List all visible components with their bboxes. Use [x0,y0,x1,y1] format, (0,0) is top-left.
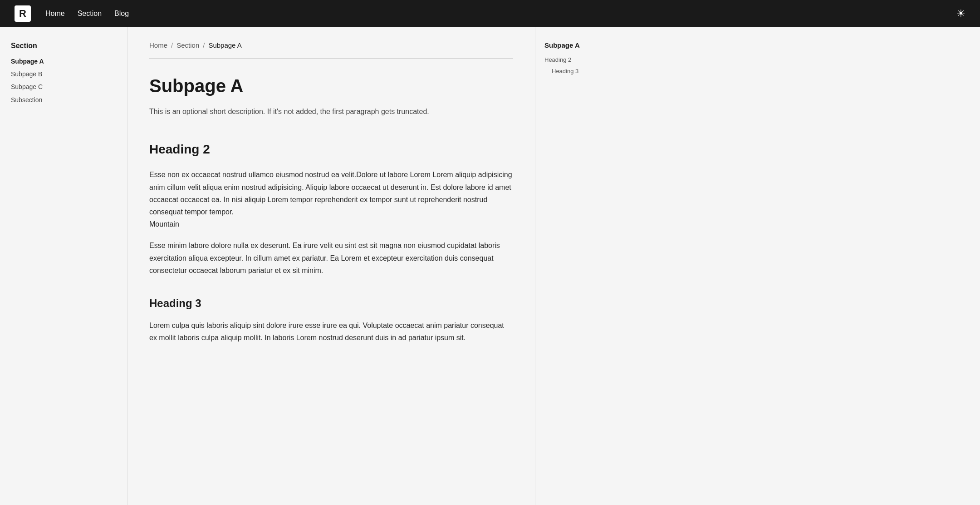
nav-links: Home Section Blog [45,8,956,20]
sidebar-link-subsection[interactable]: Subsection [11,94,116,106]
layout: Section Subpage A Subpage B Subpage C Su… [0,27,980,505]
para-3: Lorem culpa quis laboris aliquip sint do… [149,319,513,344]
sidebar-link-subpage-c[interactable]: Subpage C [11,81,116,93]
sidebar-left: Section Subpage A Subpage B Subpage C Su… [0,27,127,505]
breadcrumb-sep-1: / [171,40,173,51]
page-title: Subpage A [149,75,513,97]
breadcrumb-home[interactable]: Home [149,40,167,51]
para-2: Esse minim labore dolore nulla ex deseru… [149,239,513,277]
nav-section[interactable]: Section [78,8,102,20]
sidebar-section-title: Section [11,40,116,52]
heading3: Heading 3 [149,295,513,312]
toc-link-heading2[interactable]: Heading 2 [544,55,617,65]
toc-title: Subpage A [544,40,617,51]
nav-home[interactable]: Home [45,8,65,20]
toc-item-heading3[interactable]: Heading 3 [544,67,617,76]
section-heading3: Heading 3 Lorem culpa quis laboris aliqu… [149,295,513,344]
page-description: This is an optional short description. I… [149,106,513,118]
sidebar-link-subpage-a[interactable]: Subpage A [11,55,116,67]
sidebar-item-subpage-a[interactable]: Subpage A [11,55,116,67]
breadcrumb-current: Subpage A [208,40,241,51]
toc-link-heading3[interactable]: Heading 3 [544,67,617,76]
nav-blog[interactable]: Blog [114,8,129,20]
sidebar-item-subpage-c[interactable]: Subpage C [11,81,116,93]
toc-item-heading2[interactable]: Heading 2 [544,55,617,65]
sidebar-link-subpage-b[interactable]: Subpage B [11,68,116,80]
logo[interactable]: R [15,5,31,22]
main-content: Home / Section / Subpage A Subpage A Thi… [127,27,535,505]
sidebar-right-toc: Subpage A Heading 2 Heading 3 [535,27,626,505]
sidebar-item-subpage-b[interactable]: Subpage B [11,68,116,80]
sidebar-item-subsection[interactable]: Subsection [11,94,116,106]
sidebar-nav: Subpage A Subpage B Subpage C Subsection [11,55,116,106]
theme-toggle[interactable]: ☀ [956,5,965,21]
section-heading2: Heading 2 Esse non ex occaecat nostrud u… [149,139,513,277]
para-1: Esse non ex occaecat nostrud ullamco eiu… [149,168,513,230]
breadcrumb-sep-2: / [203,40,205,51]
breadcrumb: Home / Section / Subpage A [149,40,513,59]
toc-list: Heading 2 Heading 3 [544,55,617,76]
breadcrumb-section[interactable]: Section [176,40,199,51]
topnav: R Home Section Blog ☀ [0,0,980,27]
heading2: Heading 2 [149,139,513,160]
